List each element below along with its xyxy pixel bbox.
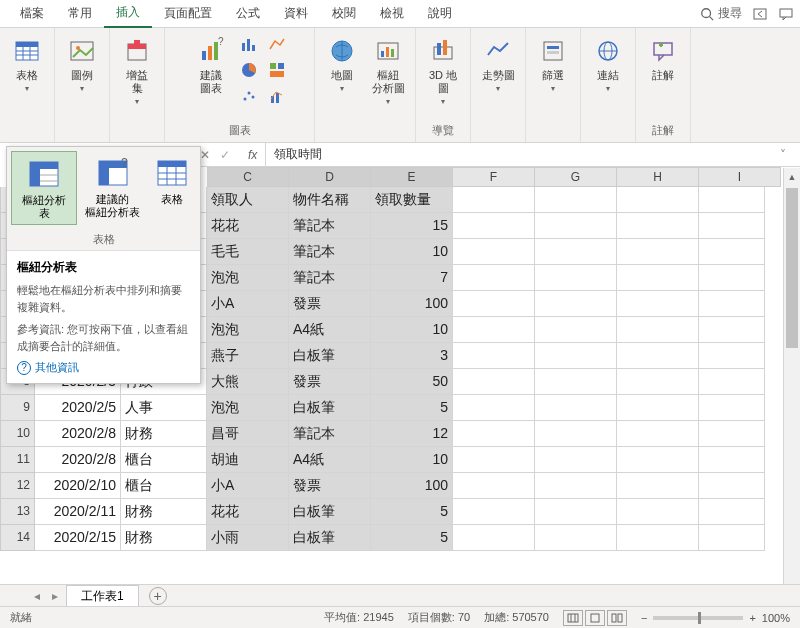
cell[interactable]: 5 <box>371 499 453 525</box>
cell[interactable]: 筆記本 <box>289 265 371 291</box>
cell[interactable]: 10 <box>371 447 453 473</box>
addins-button[interactable]: 增益 集 ▾ <box>116 32 158 138</box>
cell[interactable]: 人事 <box>121 395 207 421</box>
cell[interactable]: 白板筆 <box>289 525 371 551</box>
filters-button[interactable]: 篩選 ▾ <box>532 32 574 138</box>
illustrations-button[interactable]: 圖例 ▾ <box>61 32 103 138</box>
cell[interactable]: 筆記本 <box>289 213 371 239</box>
cell[interactable]: 小A <box>207 473 289 499</box>
cell[interactable]: 花花 <box>207 499 289 525</box>
share-icon[interactable] <box>752 6 768 22</box>
tab-data[interactable]: 資料 <box>272 0 320 27</box>
prev-sheet-icon[interactable]: ◂ <box>30 589 44 603</box>
scatter-chart-icon[interactable] <box>236 84 262 108</box>
normal-view-icon[interactable] <box>563 610 583 626</box>
cell[interactable]: 筆記本 <box>289 239 371 265</box>
col-header[interactable]: I <box>699 167 781 187</box>
row-header[interactable]: 9 <box>0 395 35 421</box>
col-header[interactable]: H <box>617 167 699 187</box>
recommended-charts-button[interactable]: ? 建議 圖表 <box>190 32 232 121</box>
line-chart-icon[interactable] <box>264 32 290 56</box>
cell[interactable]: 5 <box>371 525 453 551</box>
comments-icon[interactable] <box>778 6 794 22</box>
accept-formula-icon[interactable]: ✓ <box>220 148 240 162</box>
cell[interactable]: 2020/2/5 <box>35 395 121 421</box>
fx-icon[interactable]: fx <box>240 143 266 166</box>
cell[interactable]: 發票 <box>289 369 371 395</box>
zoom-slider[interactable] <box>653 616 743 620</box>
zoom-in-button[interactable]: + <box>749 612 755 624</box>
pagebreak-view-icon[interactable] <box>607 610 627 626</box>
cell[interactable]: 燕子 <box>207 343 289 369</box>
cell[interactable]: 小雨 <box>207 525 289 551</box>
cell[interactable]: 櫃台 <box>121 447 207 473</box>
cell[interactable]: 小A <box>207 291 289 317</box>
table-option[interactable]: 表格 <box>148 151 196 225</box>
cell[interactable]: 物件名稱 <box>289 187 371 213</box>
cell[interactable]: 2020/2/8 <box>35 421 121 447</box>
add-sheet-button[interactable]: + <box>149 587 167 605</box>
links-button[interactable]: 連結 ▾ <box>587 32 629 138</box>
cell[interactable]: 毛毛 <box>207 239 289 265</box>
tab-pagelayout[interactable]: 頁面配置 <box>152 0 224 27</box>
cell[interactable]: 泡泡 <box>207 395 289 421</box>
cell[interactable]: 2020/2/15 <box>35 525 121 551</box>
cell[interactable]: A4紙 <box>289 447 371 473</box>
cell[interactable]: 5 <box>371 395 453 421</box>
pagelayout-view-icon[interactable] <box>585 610 605 626</box>
tab-review[interactable]: 校閱 <box>320 0 368 27</box>
tab-help[interactable]: 說明 <box>416 0 464 27</box>
cell[interactable]: 泡泡 <box>207 317 289 343</box>
tab-view[interactable]: 檢視 <box>368 0 416 27</box>
col-header[interactable]: E <box>371 167 453 187</box>
cell[interactable]: 花花 <box>207 213 289 239</box>
hierarchy-chart-icon[interactable] <box>264 58 290 82</box>
col-header[interactable]: G <box>535 167 617 187</box>
next-sheet-icon[interactable]: ▸ <box>48 589 62 603</box>
cell[interactable]: 2020/2/11 <box>35 499 121 525</box>
cell[interactable]: 發票 <box>289 473 371 499</box>
cell[interactable]: 2020/2/10 <box>35 473 121 499</box>
combo-chart-icon[interactable] <box>264 84 290 108</box>
row-header[interactable]: 14 <box>0 525 35 551</box>
cell[interactable]: 筆記本 <box>289 421 371 447</box>
cell[interactable]: 領取人 <box>207 187 289 213</box>
cell[interactable]: 櫃台 <box>121 473 207 499</box>
cell[interactable]: 大熊 <box>207 369 289 395</box>
cell[interactable]: 10 <box>371 317 453 343</box>
cancel-formula-icon[interactable]: ✕ <box>200 148 220 162</box>
formula-input[interactable]: 領取時間 <box>266 146 780 163</box>
cell[interactable]: 3 <box>371 343 453 369</box>
row-header[interactable]: 11 <box>0 447 35 473</box>
search-icon[interactable]: 搜尋 <box>700 5 742 22</box>
col-header[interactable]: C <box>207 167 289 187</box>
cell[interactable]: 財務 <box>121 525 207 551</box>
more-info-link[interactable]: ? 其他資訊 <box>17 360 190 375</box>
cell[interactable]: 泡泡 <box>207 265 289 291</box>
zoom-out-button[interactable]: − <box>641 612 647 624</box>
cell[interactable]: 50 <box>371 369 453 395</box>
zoom-level[interactable]: 100% <box>762 612 790 624</box>
tab-home[interactable]: 常用 <box>56 0 104 27</box>
cell[interactable]: 白板筆 <box>289 395 371 421</box>
cell[interactable]: 100 <box>371 473 453 499</box>
sparklines-button[interactable]: 走勢圖 ▾ <box>477 32 519 138</box>
cell[interactable]: 10 <box>371 239 453 265</box>
vertical-scrollbar[interactable]: ▲ <box>783 168 800 584</box>
column-chart-icon[interactable] <box>236 32 262 56</box>
cell[interactable]: 領取數量 <box>371 187 453 213</box>
scrollbar-thumb[interactable] <box>786 188 798 348</box>
comment-button[interactable]: 註解 <box>642 32 684 121</box>
pivottable-option[interactable]: 樞紐分析表 <box>11 151 77 225</box>
expand-formula-icon[interactable]: ˅ <box>780 148 800 162</box>
cell[interactable]: 發票 <box>289 291 371 317</box>
pie-chart-icon[interactable] <box>236 58 262 82</box>
cell[interactable]: 財務 <box>121 421 207 447</box>
row-header[interactable]: 12 <box>0 473 35 499</box>
cell[interactable]: 100 <box>371 291 453 317</box>
pivotchart-button[interactable]: 樞紐 分析圖 ▾ <box>367 32 409 138</box>
cell[interactable]: 12 <box>371 421 453 447</box>
cell[interactable]: A4紙 <box>289 317 371 343</box>
cell[interactable]: 昌哥 <box>207 421 289 447</box>
cell[interactable]: 7 <box>371 265 453 291</box>
